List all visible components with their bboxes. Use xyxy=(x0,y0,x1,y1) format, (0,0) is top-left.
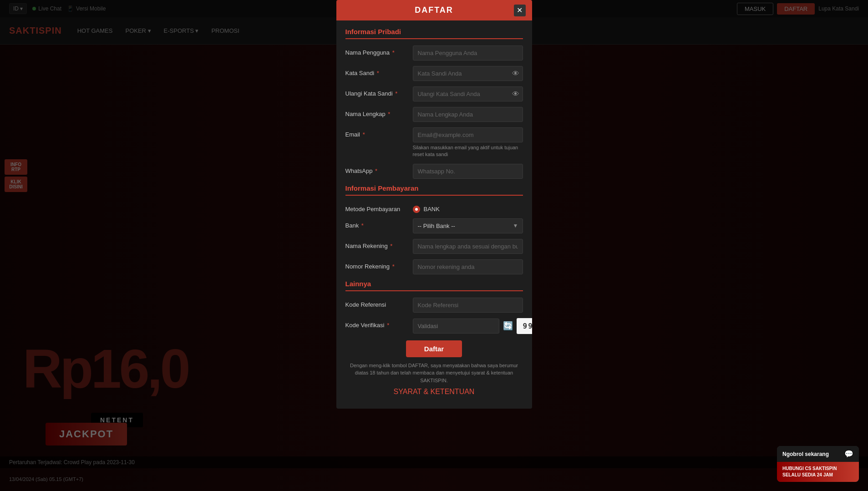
password-field: 👁 xyxy=(413,66,523,81)
captcha-code-display: 990f5a xyxy=(517,318,532,334)
referral-row: Kode Referensi xyxy=(345,298,523,313)
payment-method-label: Metode Pembayaran xyxy=(345,202,409,213)
account-name-label: Nama Rekening * xyxy=(345,239,409,249)
account-name-row: Nama Rekening * xyxy=(345,239,523,254)
section-payment-title: Informasi Pembayaran xyxy=(345,184,523,196)
payment-radio-group: BANK xyxy=(413,202,523,213)
confirm-password-field: 👁 xyxy=(413,86,523,101)
bank-select-wrapper: -- Pilih Bank -- BCA BNI BRI Mandiri ▼ xyxy=(413,218,523,233)
password-required: * xyxy=(377,70,379,76)
account-name-required: * xyxy=(390,243,392,249)
modal-close-button[interactable]: ✕ xyxy=(514,5,526,16)
password-row: Kata Sandi * 👁 xyxy=(345,66,523,81)
username-required: * xyxy=(392,49,395,56)
username-row: Nama Pengguna * xyxy=(345,46,523,61)
email-hint: Silakan masukkan email yang aktif untuk … xyxy=(413,144,523,158)
referral-label: Kode Referensi xyxy=(345,298,409,308)
register-modal: DAFTAR ✕ Informasi Pribadi Nama Pengguna… xyxy=(336,0,532,409)
fullname-row: Nama Lengkap * xyxy=(345,107,523,122)
payment-method-field: BANK xyxy=(413,202,523,213)
bank-label: Bank * xyxy=(345,218,409,229)
chat-promo-text: HUBUNGI CS SAKTISPIN SELALU SEDIA 24 JAM xyxy=(782,466,853,478)
account-number-field xyxy=(413,259,523,274)
confirm-password-required: * xyxy=(395,90,397,97)
modal-body: Informasi Pribadi Nama Pengguna * Kata S… xyxy=(336,20,532,409)
chat-header: Ngobrol sekarang 💬 xyxy=(777,446,859,462)
bank-field: -- Pilih Bank -- BCA BNI BRI Mandiri ▼ xyxy=(413,218,523,233)
modal-title: DAFTAR xyxy=(415,5,453,15)
password-label: Kata Sandi * xyxy=(345,66,409,76)
email-label: Email * xyxy=(345,127,409,138)
account-number-required: * xyxy=(392,263,395,270)
username-label: Nama Pengguna * xyxy=(345,46,409,56)
section-personal-title: Informasi Pribadi xyxy=(345,28,523,39)
whatsapp-label: WhatsApp * xyxy=(345,164,409,174)
bank-select[interactable]: -- Pilih Bank -- BCA BNI BRI Mandiri xyxy=(413,218,523,233)
bank-radio-label: BANK xyxy=(424,206,440,213)
email-row: Email * Silakan masukkan email yang akti… xyxy=(345,127,523,158)
email-required: * xyxy=(363,131,365,138)
bank-radio-button[interactable] xyxy=(413,206,420,213)
username-input[interactable] xyxy=(413,46,523,61)
verification-field: 🔄 990f5a xyxy=(413,318,532,334)
account-number-label: Nomor Rekening * xyxy=(345,259,409,270)
modal-header: DAFTAR ✕ xyxy=(336,0,532,20)
bank-row: Bank * -- Pilih Bank -- BCA BNI BRI Mand… xyxy=(345,218,523,233)
whatsapp-input[interactable] xyxy=(413,164,523,179)
fullname-required: * xyxy=(388,111,390,117)
verification-row: Kode Verifikasi * 🔄 990f5a xyxy=(345,318,523,334)
referral-input[interactable] xyxy=(413,298,523,313)
confirm-password-label: Ulangi Kata Sandi * xyxy=(345,86,409,97)
whatsapp-required: * xyxy=(375,167,377,174)
fullname-field xyxy=(413,107,523,122)
chat-widget[interactable]: Ngobrol sekarang 💬 HUBUNGI CS SAKTISPIN … xyxy=(777,446,859,482)
captcha-row: 🔄 990f5a xyxy=(413,318,532,334)
confirm-password-toggle-button[interactable]: 👁 xyxy=(512,90,519,98)
whatsapp-row: WhatsApp * xyxy=(345,164,523,179)
whatsapp-field xyxy=(413,164,523,179)
chat-title: Ngobrol sekarang xyxy=(782,451,829,457)
section-other-title: Lainnya xyxy=(345,280,523,291)
captcha-refresh-button[interactable]: 🔄 xyxy=(503,321,513,331)
captcha-input[interactable] xyxy=(413,319,499,334)
submit-register-button[interactable]: Daftar xyxy=(406,340,462,357)
bank-required: * xyxy=(361,222,364,229)
account-name-field xyxy=(413,239,523,254)
account-number-row: Nomor Rekening * xyxy=(345,259,523,274)
username-field xyxy=(413,46,523,61)
chat-promo: HUBUNGI CS SAKTISPIN SELALU SEDIA 24 JAM xyxy=(777,462,859,482)
email-input[interactable] xyxy=(413,127,523,142)
verification-required: * xyxy=(387,322,389,329)
fullname-input[interactable] xyxy=(413,107,523,122)
account-name-input[interactable] xyxy=(413,239,523,254)
radio-inner xyxy=(415,208,418,211)
email-field: Silakan masukkan email yang aktif untuk … xyxy=(413,127,523,158)
terms-text: Dengan meng-klik tombol DAFTAR, saya men… xyxy=(345,362,523,385)
password-toggle-button[interactable]: 👁 xyxy=(512,70,519,78)
account-number-input[interactable] xyxy=(413,259,523,274)
payment-method-row: Metode Pembayaran BANK xyxy=(345,202,523,213)
fullname-label: Nama Lengkap * xyxy=(345,107,409,117)
password-input[interactable] xyxy=(413,66,523,81)
terms-link[interactable]: SYARAT & KETENTUAN xyxy=(394,388,475,395)
verification-label: Kode Verifikasi * xyxy=(345,318,409,329)
confirm-password-input[interactable] xyxy=(413,86,523,101)
referral-field xyxy=(413,298,523,313)
chat-icon: 💬 xyxy=(844,450,853,458)
confirm-password-row: Ulangi Kata Sandi * 👁 xyxy=(345,86,523,101)
modal-overlay: DAFTAR ✕ Informasi Pribadi Nama Pengguna… xyxy=(0,0,868,491)
